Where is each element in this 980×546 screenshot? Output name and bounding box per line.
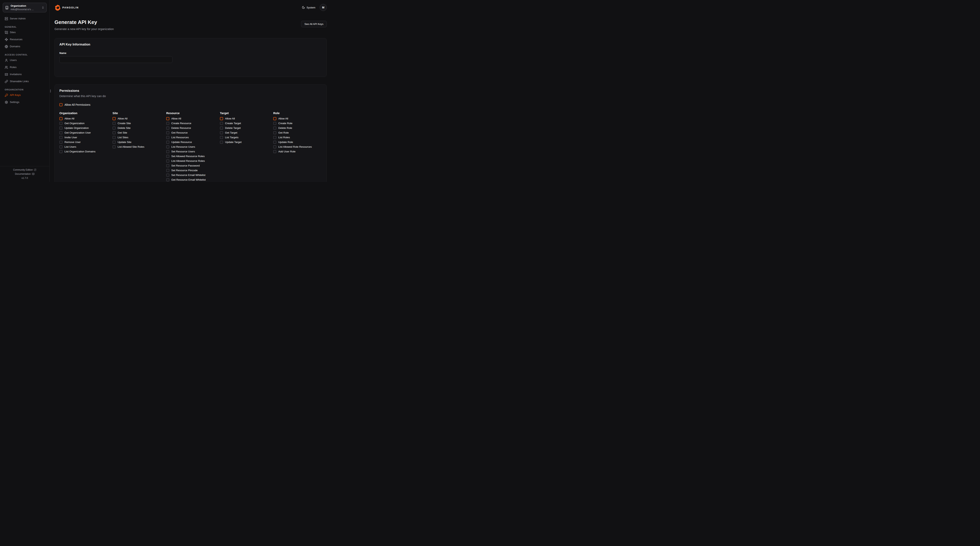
permission-checkbox[interactable] xyxy=(273,122,276,125)
sidebar-item-resources[interactable]: Resources xyxy=(3,37,47,42)
permission-checkbox-row[interactable]: Allow All xyxy=(113,117,166,120)
permission-checkbox[interactable] xyxy=(220,131,223,134)
org-switcher[interactable]: Organization milo@fossorial.io's ... xyxy=(3,3,47,12)
permission-checkbox[interactable] xyxy=(59,117,62,120)
permission-checkbox-row[interactable]: Get Target xyxy=(220,131,273,134)
permission-checkbox[interactable] xyxy=(273,126,276,129)
permission-checkbox-row[interactable]: Set Resource Pincode xyxy=(166,169,220,172)
permission-checkbox[interactable] xyxy=(166,131,169,134)
permission-checkbox-row[interactable]: Set Allowed Resource Roles xyxy=(166,155,220,158)
permission-checkbox-row[interactable]: Update Target xyxy=(220,140,273,144)
sidebar-item-shareable-links[interactable]: Shareable Links xyxy=(3,79,47,84)
permission-checkbox-row[interactable]: List Allowed Resource Roles xyxy=(166,160,220,163)
permission-checkbox[interactable] xyxy=(220,122,223,125)
permission-checkbox-row[interactable]: Delete Site xyxy=(113,126,166,129)
permission-checkbox-row[interactable]: Update Organization xyxy=(59,126,113,129)
permission-checkbox[interactable] xyxy=(166,145,169,148)
permission-checkbox-row[interactable]: Allow All xyxy=(220,117,273,120)
permission-checkbox-row[interactable]: Delete Target xyxy=(220,126,273,129)
permission-checkbox-row[interactable]: Update Role xyxy=(273,140,322,144)
documentation-link[interactable]: Documentation xyxy=(15,172,35,175)
permission-checkbox[interactable] xyxy=(166,150,169,153)
permission-checkbox-row[interactable]: Create Resource xyxy=(166,122,220,125)
permission-checkbox-row[interactable]: Get Resource Email Whitelist xyxy=(166,178,220,181)
permission-checkbox-row[interactable]: List Roles xyxy=(273,136,322,139)
permission-checkbox[interactable] xyxy=(166,122,169,125)
permission-checkbox-row[interactable]: List Allowed Site Roles xyxy=(113,145,166,148)
sidebar-item-api-keys[interactable]: API Keys xyxy=(3,93,47,98)
permission-checkbox[interactable] xyxy=(59,131,62,134)
permission-checkbox-row[interactable]: Create Role xyxy=(273,122,322,125)
permission-checkbox-row[interactable]: List Resources xyxy=(166,136,220,139)
permission-checkbox-row[interactable]: Get Organization xyxy=(59,122,113,125)
permission-checkbox-row[interactable]: Allow All xyxy=(59,117,113,120)
permission-checkbox[interactable] xyxy=(166,174,169,177)
permission-checkbox[interactable] xyxy=(113,140,116,144)
permission-checkbox-row[interactable]: Get Resource xyxy=(166,131,220,134)
permission-checkbox[interactable] xyxy=(166,140,169,144)
permission-checkbox[interactable] xyxy=(273,150,276,153)
permission-checkbox[interactable] xyxy=(113,126,116,129)
permission-checkbox-row[interactable]: Create Site xyxy=(113,122,166,125)
permission-checkbox[interactable] xyxy=(220,136,223,139)
permission-checkbox-row[interactable]: Update Resource xyxy=(166,140,220,144)
allow-all-permissions-row[interactable]: Allow All Permissions xyxy=(59,103,322,106)
permission-checkbox[interactable] xyxy=(59,126,62,129)
permission-checkbox[interactable] xyxy=(59,122,62,125)
community-edition-link[interactable]: Community Edition xyxy=(13,168,37,171)
sidebar-item-sites[interactable]: Sites xyxy=(3,30,47,35)
permission-checkbox-row[interactable]: Add User Role xyxy=(273,150,322,153)
permission-checkbox[interactable] xyxy=(59,136,62,139)
permission-checkbox-row[interactable]: List Sites xyxy=(113,136,166,139)
permission-checkbox[interactable] xyxy=(113,136,116,139)
permission-checkbox[interactable] xyxy=(273,136,276,139)
permission-checkbox[interactable] xyxy=(220,140,223,144)
permission-checkbox[interactable] xyxy=(166,155,169,158)
allow-all-permissions-checkbox[interactable] xyxy=(59,103,62,106)
permission-checkbox-row[interactable]: Allow All xyxy=(273,117,322,120)
permission-checkbox-row[interactable]: Invite User xyxy=(59,136,113,139)
permission-checkbox[interactable] xyxy=(166,178,169,181)
permission-checkbox[interactable] xyxy=(273,131,276,134)
sidebar-item-server-admin[interactable]: Server Admin xyxy=(3,16,47,21)
permission-checkbox-row[interactable]: List Resource Users xyxy=(166,145,220,148)
permission-checkbox-row[interactable]: Delete Role xyxy=(273,126,322,129)
sidebar-item-settings[interactable]: Settings xyxy=(3,99,47,105)
permission-checkbox[interactable] xyxy=(166,117,169,120)
permission-checkbox[interactable] xyxy=(273,145,276,148)
sidebar-item-domains[interactable]: Domains xyxy=(3,44,47,49)
permission-checkbox-row[interactable]: Set Resource Email Whitelist xyxy=(166,174,220,177)
sidebar-item-users[interactable]: Users xyxy=(3,57,47,63)
permission-checkbox[interactable] xyxy=(220,117,223,120)
theme-toggle[interactable]: System xyxy=(302,6,315,9)
permission-checkbox-row[interactable]: Get Site xyxy=(113,131,166,134)
permission-checkbox-row[interactable]: Set Resource Password xyxy=(166,164,220,167)
permission-checkbox-row[interactable]: Update Site xyxy=(113,140,166,144)
permission-checkbox[interactable] xyxy=(59,145,62,148)
permission-checkbox-row[interactable]: List Targets xyxy=(220,136,273,139)
permission-checkbox-row[interactable]: Allow All xyxy=(166,117,220,120)
permission-checkbox[interactable] xyxy=(113,131,116,134)
sidebar-item-invitations[interactable]: Invitations xyxy=(3,72,47,77)
name-input[interactable] xyxy=(59,56,172,63)
sidebar-item-roles[interactable]: Roles xyxy=(3,64,47,70)
permission-checkbox[interactable] xyxy=(59,150,62,153)
permission-checkbox-row[interactable]: List Users xyxy=(59,145,113,148)
permission-checkbox[interactable] xyxy=(59,140,62,144)
permission-checkbox[interactable] xyxy=(166,136,169,139)
permission-checkbox-row[interactable]: Remove User xyxy=(59,140,113,144)
permission-checkbox-row[interactable]: Get Organization User xyxy=(59,131,113,134)
permission-checkbox-row[interactable]: Create Target xyxy=(220,122,273,125)
permission-checkbox[interactable] xyxy=(113,122,116,125)
permission-checkbox[interactable] xyxy=(113,117,116,120)
permission-checkbox[interactable] xyxy=(273,117,276,120)
avatar[interactable]: M xyxy=(320,4,327,11)
permission-checkbox[interactable] xyxy=(166,126,169,129)
permission-checkbox[interactable] xyxy=(166,160,169,163)
permission-checkbox[interactable] xyxy=(220,126,223,129)
permission-checkbox[interactable] xyxy=(166,164,169,167)
permission-checkbox-row[interactable]: List Organization Domains xyxy=(59,150,113,153)
permission-checkbox-row[interactable]: Get Role xyxy=(273,131,322,134)
see-all-api-keys-button[interactable]: See All API Keys xyxy=(301,21,327,27)
permission-checkbox-row[interactable]: List Allowed Role Resources xyxy=(273,145,322,148)
